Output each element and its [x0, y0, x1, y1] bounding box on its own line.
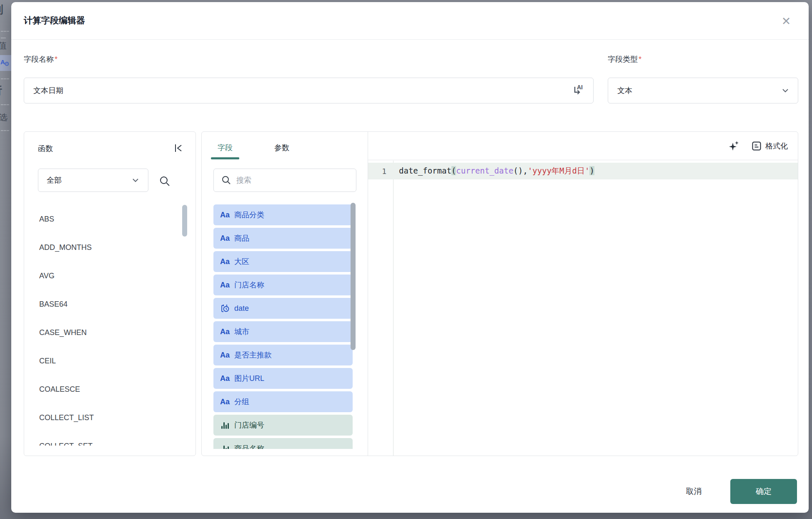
code-token: ) — [589, 166, 594, 175]
code-text[interactable]: date_format(current_date(),'yyyy年M月d日') — [393, 166, 594, 176]
function-category-value: 全部 — [38, 175, 131, 185]
tab-fields[interactable]: 字段 — [213, 141, 237, 159]
field-item-label: 商品名称 — [234, 443, 264, 449]
chevron-down-icon — [131, 176, 140, 184]
tab-params[interactable]: 参数 — [270, 141, 293, 159]
field-item[interactable]: Aa是否主推款 — [213, 345, 353, 365]
background-dashed-line — [1, 38, 6, 38]
dialog-title: 计算字段编辑器 — [24, 15, 85, 26]
functions-panel: 函数 全部 ABSADD_MONTHSAVGBASE64CASE_WH — [24, 131, 196, 456]
function-item[interactable]: BASE64 — [24, 290, 195, 318]
format-button[interactable]: 格式化 — [751, 141, 788, 151]
code-token: date_format — [399, 166, 451, 175]
background-text-fragment: 选 — [0, 112, 8, 123]
field-item[interactable]: 商品名称 — [213, 438, 353, 449]
function-item[interactable]: ADD_MONTHS — [24, 233, 195, 262]
chevron-down-icon — [781, 86, 789, 95]
field-item-label: 大区 — [234, 257, 249, 267]
date-field-icon — [220, 303, 234, 313]
field-list: Aa商品分类Aa商品Aa大区Aa门店名称dateAa城市Aa是否主推款Aa图片U… — [213, 204, 353, 449]
code-token: (), — [514, 166, 528, 175]
field-name-input[interactable] — [24, 86, 571, 95]
function-item[interactable]: COALESCE — [24, 375, 195, 403]
field-item-label: 商品 — [234, 233, 249, 243]
field-item[interactable]: 门店编号 — [213, 415, 353, 436]
required-asterisk: * — [639, 55, 642, 63]
function-list: ABSADD_MONTHSAVGBASE64CASE_WHENCEILCOALE… — [24, 205, 195, 446]
field-item[interactable]: Aa城市 — [213, 321, 353, 342]
functions-panel-title: 函数 — [38, 144, 53, 154]
text-field-icon: Aa — [220, 351, 234, 360]
code-token: current_date — [456, 166, 513, 175]
field-type-label: 字段类型* — [608, 54, 642, 64]
function-item[interactable]: COLLECT_SET — [24, 432, 195, 446]
dimmed-background-strip: 制 值 A ⚙ 析 选 — [0, 0, 11, 519]
field-item[interactable]: date — [213, 298, 353, 319]
function-item[interactable]: CASE_WHEN — [24, 318, 195, 347]
fields-tabs: 字段 参数 — [213, 141, 293, 159]
background-dashed-line — [1, 104, 9, 105]
field-item[interactable]: Aa大区 — [213, 251, 353, 272]
dialog-header: 计算字段编辑器 ✕ — [11, 2, 809, 40]
gear-icon: ⚙ — [4, 60, 10, 67]
confirm-button[interactable]: 确定 — [730, 479, 797, 504]
field-item-label: 门店名称 — [234, 280, 264, 290]
format-label: 格式化 — [765, 141, 788, 151]
field-list-scrollbar[interactable] — [351, 203, 356, 350]
background-dashed-line — [1, 31, 9, 32]
field-item-label: 城市 — [234, 327, 249, 337]
ai-sparkle-icon[interactable] — [728, 140, 740, 152]
code-token: ( — [451, 166, 456, 175]
field-item-label: 门店编号 — [234, 420, 264, 430]
svg-text:AI: AI — [577, 84, 583, 91]
field-item-label: 是否主推款 — [234, 350, 272, 360]
close-icon[interactable]: ✕ — [778, 13, 794, 30]
field-search-input[interactable] — [231, 176, 356, 185]
function-item[interactable]: CEIL — [24, 347, 195, 375]
function-item[interactable]: ABS — [24, 205, 195, 233]
function-list-scrollbar[interactable] — [182, 205, 187, 237]
code-area[interactable]: 1 date_format(current_date(),'yyyy年M月d日'… — [368, 161, 798, 456]
background-text-fragment: 值 — [0, 40, 7, 51]
text-field-icon: Aa — [220, 211, 234, 219]
format-icon — [751, 141, 762, 151]
field-search-box — [213, 169, 356, 192]
calculated-field-editor-dialog: 计算字段编辑器 ✕ 字段名称* 字段类型* AI 文本 函数 — [11, 2, 809, 513]
active-code-line: 1 date_format(current_date(),'yyyy年M月d日'… — [368, 163, 798, 179]
code-token: 'yyyy年M月d日' — [528, 166, 590, 175]
field-item[interactable]: Aa图片URL — [213, 368, 353, 389]
function-item[interactable]: COLLECT_LIST — [24, 403, 195, 432]
collapse-panel-icon[interactable] — [172, 142, 185, 154]
fields-pane: 字段 参数 Aa商品分类Aa商品Aa大区Aa门店名称dateAa城市Aa是否主推… — [202, 132, 368, 456]
field-type-select[interactable]: 文本 — [608, 78, 798, 103]
function-item[interactable]: AVG — [24, 262, 195, 290]
field-item[interactable]: Aa商品分类 — [213, 204, 353, 225]
fields-and-editor-panel: 字段 参数 Aa商品分类Aa商品Aa大区Aa门店名称dateAa城市Aa是否主推… — [201, 131, 798, 456]
text-field-icon: Aa — [220, 234, 234, 243]
cancel-button[interactable]: 取消 — [676, 479, 712, 504]
bar-chart-icon — [220, 443, 234, 449]
background-text-fragment: 制 — [0, 3, 3, 17]
function-category-select[interactable]: 全部 — [38, 169, 148, 192]
function-search-icon[interactable] — [158, 175, 171, 187]
required-asterisk: * — [55, 55, 58, 63]
formula-editor: 格式化 1 date_format(current_date(),'yyyy年M… — [368, 132, 798, 456]
field-item-label: date — [234, 304, 249, 313]
text-field-icon: Aa — [220, 374, 234, 383]
field-item-label: 分组 — [234, 397, 249, 407]
field-item-label: 商品分类 — [234, 210, 264, 220]
search-icon — [221, 175, 231, 185]
background-highlight-row: A ⚙ — [0, 55, 11, 71]
background-text-fragment: 析 — [0, 83, 2, 97]
background-dashed-line — [1, 130, 9, 131]
text-field-icon: Aa — [220, 328, 234, 336]
field-name-input-wrap: AI — [24, 78, 594, 103]
ai-translate-icon[interactable]: AI — [571, 83, 586, 98]
field-item[interactable]: Aa门店名称 — [213, 275, 353, 295]
text-field-icon: Aa — [220, 281, 234, 290]
field-item[interactable]: Aa商品 — [213, 228, 353, 249]
text-field-icon: Aa — [220, 398, 234, 406]
field-item-label: 图片URL — [234, 373, 264, 383]
bar-chart-icon — [220, 420, 234, 430]
field-item[interactable]: Aa分组 — [213, 391, 353, 412]
